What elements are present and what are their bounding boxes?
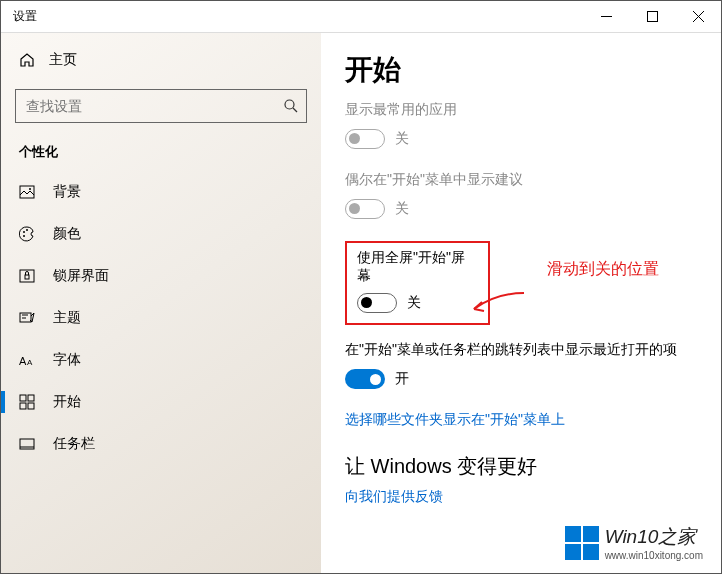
annotation-arrow-icon	[466, 289, 526, 319]
watermark-brand: Win10之家	[605, 524, 703, 550]
home-nav[interactable]: 主页	[1, 41, 321, 79]
setting-label: 偶尔在"开始"菜单中显示建议	[345, 171, 697, 189]
link-feedback[interactable]: 向我们提供反馈	[345, 488, 697, 506]
svg-text:A: A	[19, 355, 27, 367]
font-icon: AA	[19, 352, 35, 368]
toggle-most-used-apps[interactable]	[345, 129, 385, 149]
nav-label: 锁屏界面	[53, 267, 109, 285]
setting-most-used-apps: 显示最常用的应用 关	[345, 101, 697, 149]
svg-rect-18	[20, 403, 26, 409]
svg-point-9	[26, 229, 28, 231]
app-container: 主页 个性化 背景 颜色 锁屏界面 主题 AA 字体 开始	[1, 33, 721, 573]
toggle-state: 开	[395, 370, 409, 388]
svg-rect-12	[25, 275, 29, 279]
nav-label: 主题	[53, 309, 81, 327]
setting-jump-lists: 在"开始"菜单或任务栏的跳转列表中显示最近打开的项 开	[345, 341, 697, 389]
svg-rect-6	[20, 186, 34, 198]
sidebar-item-background[interactable]: 背景	[1, 171, 321, 213]
sidebar: 主页 个性化 背景 颜色 锁屏界面 主题 AA 字体 开始	[1, 33, 321, 573]
svg-rect-17	[28, 395, 34, 401]
toggle-jump-lists[interactable]	[345, 369, 385, 389]
annotation-text: 滑动到关的位置	[547, 259, 659, 280]
minimize-button[interactable]	[583, 1, 629, 32]
svg-point-4	[285, 100, 294, 109]
taskbar-icon	[19, 436, 35, 452]
theme-icon	[19, 310, 35, 326]
sidebar-item-colors[interactable]: 颜色	[1, 213, 321, 255]
svg-rect-1	[647, 12, 657, 22]
watermark-url: www.win10xitong.com	[605, 550, 703, 561]
home-label: 主页	[49, 51, 77, 69]
palette-icon	[19, 226, 35, 242]
sidebar-item-taskbar[interactable]: 任务栏	[1, 423, 321, 465]
nav-label: 颜色	[53, 225, 81, 243]
close-button[interactable]	[675, 1, 721, 32]
setting-label: 显示最常用的应用	[345, 101, 697, 119]
sidebar-item-lockscreen[interactable]: 锁屏界面	[1, 255, 321, 297]
windows-logo-icon	[565, 526, 599, 560]
nav-label: 任务栏	[53, 435, 95, 453]
toggle-state: 关	[395, 130, 409, 148]
maximize-button[interactable]	[629, 1, 675, 32]
toggle-state: 关	[407, 294, 421, 312]
toggle-suggestions[interactable]	[345, 199, 385, 219]
main-content: 开始 显示最常用的应用 关 偶尔在"开始"菜单中显示建议 关 使用全屏"开始"屏…	[321, 33, 721, 573]
svg-point-10	[23, 235, 25, 237]
nav-label: 字体	[53, 351, 81, 369]
svg-rect-16	[20, 395, 26, 401]
sidebar-item-fonts[interactable]: AA 字体	[1, 339, 321, 381]
sidebar-item-themes[interactable]: 主题	[1, 297, 321, 339]
watermark: Win10之家 www.win10xitong.com	[565, 524, 703, 561]
setting-suggestions: 偶尔在"开始"菜单中显示建议 关	[345, 171, 697, 219]
nav-label: 开始	[53, 393, 81, 411]
feedback-heading: 让 Windows 变得更好	[345, 453, 697, 480]
search-icon	[283, 98, 299, 114]
start-icon	[19, 394, 35, 410]
titlebar: 设置	[1, 1, 721, 33]
toggle-fullscreen-start[interactable]	[357, 293, 397, 313]
window-controls	[583, 1, 721, 32]
search-container	[15, 89, 307, 123]
setting-label: 在"开始"菜单或任务栏的跳转列表中显示最近打开的项	[345, 341, 697, 359]
nav-label: 背景	[53, 183, 81, 201]
sidebar-item-start[interactable]: 开始	[1, 381, 321, 423]
section-title: 个性化	[1, 143, 321, 171]
svg-point-7	[29, 188, 31, 190]
home-icon	[19, 52, 35, 68]
picture-icon	[19, 184, 35, 200]
svg-text:A: A	[27, 358, 33, 367]
link-choose-folders[interactable]: 选择哪些文件夹显示在"开始"菜单上	[345, 411, 697, 429]
window-title: 设置	[1, 8, 583, 25]
toggle-state: 关	[395, 200, 409, 218]
svg-point-8	[23, 231, 25, 233]
setting-label: 使用全屏"开始"屏幕	[357, 249, 478, 285]
svg-rect-19	[28, 403, 34, 409]
page-title: 开始	[345, 51, 697, 89]
svg-line-5	[293, 108, 297, 112]
search-input[interactable]	[15, 89, 307, 123]
lock-icon	[19, 268, 35, 284]
